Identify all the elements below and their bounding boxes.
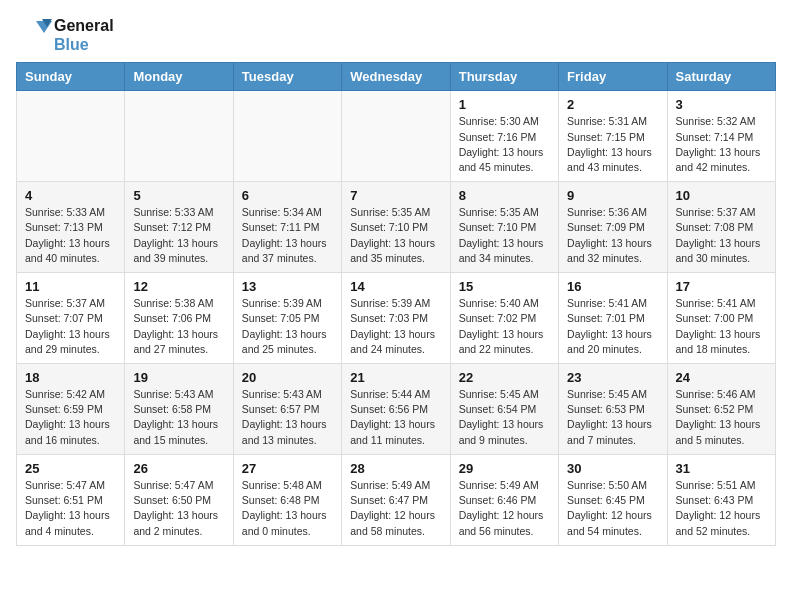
calendar-cell: 30Sunrise: 5:50 AMSunset: 6:45 PMDayligh… bbox=[559, 454, 667, 545]
calendar-cell: 20Sunrise: 5:43 AMSunset: 6:57 PMDayligh… bbox=[233, 364, 341, 455]
day-info: Sunrise: 5:49 AMSunset: 6:47 PMDaylight:… bbox=[350, 478, 441, 539]
page-header: General Blue bbox=[16, 16, 776, 54]
calendar-cell bbox=[125, 91, 233, 182]
day-number: 24 bbox=[676, 370, 767, 385]
calendar-cell: 19Sunrise: 5:43 AMSunset: 6:58 PMDayligh… bbox=[125, 364, 233, 455]
day-info: Sunrise: 5:51 AMSunset: 6:43 PMDaylight:… bbox=[676, 478, 767, 539]
day-info: Sunrise: 5:44 AMSunset: 6:56 PMDaylight:… bbox=[350, 387, 441, 448]
calendar-cell: 17Sunrise: 5:41 AMSunset: 7:00 PMDayligh… bbox=[667, 273, 775, 364]
logo-bird-icon bbox=[16, 17, 52, 53]
day-info: Sunrise: 5:38 AMSunset: 7:06 PMDaylight:… bbox=[133, 296, 224, 357]
calendar-cell: 24Sunrise: 5:46 AMSunset: 6:52 PMDayligh… bbox=[667, 364, 775, 455]
day-info: Sunrise: 5:34 AMSunset: 7:11 PMDaylight:… bbox=[242, 205, 333, 266]
day-number: 27 bbox=[242, 461, 333, 476]
calendar-week-3: 11Sunrise: 5:37 AMSunset: 7:07 PMDayligh… bbox=[17, 273, 776, 364]
day-info: Sunrise: 5:35 AMSunset: 7:10 PMDaylight:… bbox=[350, 205, 441, 266]
day-info: Sunrise: 5:50 AMSunset: 6:45 PMDaylight:… bbox=[567, 478, 658, 539]
calendar-week-5: 25Sunrise: 5:47 AMSunset: 6:51 PMDayligh… bbox=[17, 454, 776, 545]
weekday-header-tuesday: Tuesday bbox=[233, 63, 341, 91]
day-number: 8 bbox=[459, 188, 550, 203]
day-number: 4 bbox=[25, 188, 116, 203]
day-number: 17 bbox=[676, 279, 767, 294]
day-info: Sunrise: 5:31 AMSunset: 7:15 PMDaylight:… bbox=[567, 114, 658, 175]
day-number: 28 bbox=[350, 461, 441, 476]
day-number: 31 bbox=[676, 461, 767, 476]
logo-blue: Blue bbox=[54, 35, 114, 54]
calendar-cell: 26Sunrise: 5:47 AMSunset: 6:50 PMDayligh… bbox=[125, 454, 233, 545]
weekday-header-friday: Friday bbox=[559, 63, 667, 91]
calendar-table: SundayMondayTuesdayWednesdayThursdayFrid… bbox=[16, 62, 776, 545]
day-number: 9 bbox=[567, 188, 658, 203]
day-number: 29 bbox=[459, 461, 550, 476]
calendar-cell: 9Sunrise: 5:36 AMSunset: 7:09 PMDaylight… bbox=[559, 182, 667, 273]
day-number: 6 bbox=[242, 188, 333, 203]
day-number: 15 bbox=[459, 279, 550, 294]
calendar-cell: 8Sunrise: 5:35 AMSunset: 7:10 PMDaylight… bbox=[450, 182, 558, 273]
calendar-cell: 18Sunrise: 5:42 AMSunset: 6:59 PMDayligh… bbox=[17, 364, 125, 455]
calendar-cell: 25Sunrise: 5:47 AMSunset: 6:51 PMDayligh… bbox=[17, 454, 125, 545]
day-info: Sunrise: 5:47 AMSunset: 6:50 PMDaylight:… bbox=[133, 478, 224, 539]
calendar-cell: 7Sunrise: 5:35 AMSunset: 7:10 PMDaylight… bbox=[342, 182, 450, 273]
day-info: Sunrise: 5:36 AMSunset: 7:09 PMDaylight:… bbox=[567, 205, 658, 266]
day-number: 13 bbox=[242, 279, 333, 294]
day-number: 2 bbox=[567, 97, 658, 112]
day-info: Sunrise: 5:49 AMSunset: 6:46 PMDaylight:… bbox=[459, 478, 550, 539]
day-number: 26 bbox=[133, 461, 224, 476]
calendar-week-4: 18Sunrise: 5:42 AMSunset: 6:59 PMDayligh… bbox=[17, 364, 776, 455]
calendar-cell: 28Sunrise: 5:49 AMSunset: 6:47 PMDayligh… bbox=[342, 454, 450, 545]
calendar-cell: 16Sunrise: 5:41 AMSunset: 7:01 PMDayligh… bbox=[559, 273, 667, 364]
day-info: Sunrise: 5:37 AMSunset: 7:07 PMDaylight:… bbox=[25, 296, 116, 357]
day-info: Sunrise: 5:45 AMSunset: 6:53 PMDaylight:… bbox=[567, 387, 658, 448]
day-info: Sunrise: 5:33 AMSunset: 7:12 PMDaylight:… bbox=[133, 205, 224, 266]
calendar-cell: 11Sunrise: 5:37 AMSunset: 7:07 PMDayligh… bbox=[17, 273, 125, 364]
calendar-week-1: 1Sunrise: 5:30 AMSunset: 7:16 PMDaylight… bbox=[17, 91, 776, 182]
calendar-cell: 3Sunrise: 5:32 AMSunset: 7:14 PMDaylight… bbox=[667, 91, 775, 182]
calendar-cell: 5Sunrise: 5:33 AMSunset: 7:12 PMDaylight… bbox=[125, 182, 233, 273]
day-number: 22 bbox=[459, 370, 550, 385]
logo: General Blue bbox=[16, 16, 114, 54]
calendar-cell: 10Sunrise: 5:37 AMSunset: 7:08 PMDayligh… bbox=[667, 182, 775, 273]
day-info: Sunrise: 5:33 AMSunset: 7:13 PMDaylight:… bbox=[25, 205, 116, 266]
day-number: 10 bbox=[676, 188, 767, 203]
day-info: Sunrise: 5:43 AMSunset: 6:57 PMDaylight:… bbox=[242, 387, 333, 448]
calendar-cell: 2Sunrise: 5:31 AMSunset: 7:15 PMDaylight… bbox=[559, 91, 667, 182]
day-info: Sunrise: 5:40 AMSunset: 7:02 PMDaylight:… bbox=[459, 296, 550, 357]
weekday-header-thursday: Thursday bbox=[450, 63, 558, 91]
day-number: 23 bbox=[567, 370, 658, 385]
day-info: Sunrise: 5:39 AMSunset: 7:03 PMDaylight:… bbox=[350, 296, 441, 357]
weekday-header-monday: Monday bbox=[125, 63, 233, 91]
day-number: 11 bbox=[25, 279, 116, 294]
day-info: Sunrise: 5:32 AMSunset: 7:14 PMDaylight:… bbox=[676, 114, 767, 175]
day-number: 1 bbox=[459, 97, 550, 112]
day-number: 18 bbox=[25, 370, 116, 385]
logo-general: General bbox=[54, 16, 114, 35]
weekday-header-row: SundayMondayTuesdayWednesdayThursdayFrid… bbox=[17, 63, 776, 91]
day-number: 19 bbox=[133, 370, 224, 385]
calendar-cell: 14Sunrise: 5:39 AMSunset: 7:03 PMDayligh… bbox=[342, 273, 450, 364]
calendar-cell bbox=[17, 91, 125, 182]
calendar-cell bbox=[233, 91, 341, 182]
calendar-cell: 31Sunrise: 5:51 AMSunset: 6:43 PMDayligh… bbox=[667, 454, 775, 545]
calendar-cell: 27Sunrise: 5:48 AMSunset: 6:48 PMDayligh… bbox=[233, 454, 341, 545]
day-info: Sunrise: 5:41 AMSunset: 7:00 PMDaylight:… bbox=[676, 296, 767, 357]
calendar-cell bbox=[342, 91, 450, 182]
day-number: 25 bbox=[25, 461, 116, 476]
day-info: Sunrise: 5:48 AMSunset: 6:48 PMDaylight:… bbox=[242, 478, 333, 539]
day-info: Sunrise: 5:45 AMSunset: 6:54 PMDaylight:… bbox=[459, 387, 550, 448]
calendar-cell: 23Sunrise: 5:45 AMSunset: 6:53 PMDayligh… bbox=[559, 364, 667, 455]
calendar-cell: 6Sunrise: 5:34 AMSunset: 7:11 PMDaylight… bbox=[233, 182, 341, 273]
day-number: 7 bbox=[350, 188, 441, 203]
day-number: 21 bbox=[350, 370, 441, 385]
calendar-cell: 13Sunrise: 5:39 AMSunset: 7:05 PMDayligh… bbox=[233, 273, 341, 364]
calendar-cell: 22Sunrise: 5:45 AMSunset: 6:54 PMDayligh… bbox=[450, 364, 558, 455]
day-info: Sunrise: 5:42 AMSunset: 6:59 PMDaylight:… bbox=[25, 387, 116, 448]
weekday-header-saturday: Saturday bbox=[667, 63, 775, 91]
day-number: 16 bbox=[567, 279, 658, 294]
weekday-header-wednesday: Wednesday bbox=[342, 63, 450, 91]
day-info: Sunrise: 5:30 AMSunset: 7:16 PMDaylight:… bbox=[459, 114, 550, 175]
calendar-cell: 15Sunrise: 5:40 AMSunset: 7:02 PMDayligh… bbox=[450, 273, 558, 364]
calendar-cell: 1Sunrise: 5:30 AMSunset: 7:16 PMDaylight… bbox=[450, 91, 558, 182]
day-number: 3 bbox=[676, 97, 767, 112]
day-info: Sunrise: 5:43 AMSunset: 6:58 PMDaylight:… bbox=[133, 387, 224, 448]
calendar-cell: 21Sunrise: 5:44 AMSunset: 6:56 PMDayligh… bbox=[342, 364, 450, 455]
